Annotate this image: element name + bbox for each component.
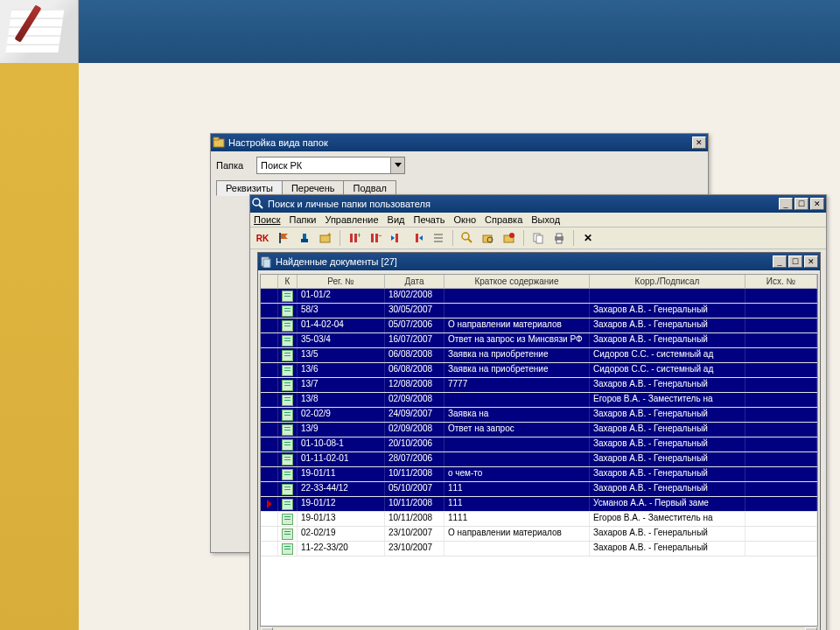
toolbar-find-folder-icon[interactable]: [480, 229, 497, 247]
table-row[interactable]: 22-33-44/1205/10/2007111Захаров А.В. - Г…: [261, 482, 817, 497]
row-marker-cell: [261, 393, 278, 407]
table-row[interactable]: 13/606/08/2008Заявка на приобретениеСидо…: [261, 363, 817, 378]
col-correspondent[interactable]: Корр./Подписал: [590, 275, 746, 288]
svg-text:−: −: [378, 232, 382, 240]
title-bar[interactable]: Настройка вида папок ✕: [211, 134, 708, 151]
window-icon: [213, 136, 225, 149]
search-icon: [252, 198, 264, 210]
window-found-documents: Найденные документы [27] _ ☐ ✕ К Рег. № …: [257, 252, 821, 630]
menu-manage[interactable]: Управление: [325, 214, 378, 225]
date-cell: 16/07/2007: [385, 333, 444, 347]
svg-rect-30: [536, 235, 542, 243]
reg-no-cell: 19-01/12: [298, 497, 385, 511]
table-row[interactable]: 02-02/1923/10/2007О направлении материал…: [261, 527, 817, 542]
menu-bar: Поиск Папки Управление Вид Печать Окно С…: [250, 213, 826, 228]
toolbar-new-folder-icon[interactable]: ✦: [317, 229, 334, 247]
toolbar-list-icon[interactable]: [430, 229, 447, 247]
table-row[interactable]: 35-03/416/07/2007Ответ на запрос из Минс…: [261, 333, 817, 348]
reg-no-cell: 01-4-02-04: [298, 318, 385, 332]
date-cell: 02/09/2008: [385, 423, 444, 437]
table-row[interactable]: 19-01/1310/11/20081111Егоров В.А. - Заме…: [261, 512, 817, 527]
menu-window[interactable]: Окно: [454, 214, 477, 225]
svg-marker-2: [395, 163, 402, 167]
correspondent-cell: Захаров А.В. - Генеральный: [590, 378, 746, 392]
document-icon: [282, 454, 293, 466]
title-bar[interactable]: Найденные документы [27] _ ☐ ✕: [258, 253, 820, 270]
toolbar-col-right-icon[interactable]: [409, 229, 426, 247]
col-k[interactable]: К: [278, 275, 298, 288]
minimize-button[interactable]: _: [779, 198, 793, 210]
maximize-button[interactable]: ☐: [794, 198, 808, 210]
menu-exit[interactable]: Выход: [531, 214, 560, 225]
svg-marker-17: [391, 235, 395, 241]
row-marker-cell: [261, 467, 278, 481]
table-row[interactable]: 01-4-02-0405/07/2006О направлении матери…: [261, 318, 817, 333]
folder-combo[interactable]: [256, 157, 405, 174]
maximize-button[interactable]: ☐: [788, 256, 802, 268]
col-description[interactable]: Краткое содержание: [444, 275, 590, 288]
close-button[interactable]: ✕: [810, 198, 824, 210]
table-row[interactable]: 11-22-33/2023/10/2007Захаров А.В. - Гене…: [261, 542, 817, 556]
minimize-button[interactable]: _: [773, 256, 787, 268]
date-cell: 12/08/2008: [385, 378, 444, 392]
correspondent-cell: Захаров А.В. - Генеральный: [590, 452, 746, 466]
table-row[interactable]: 01-11-02-0128/07/2006Захаров А.В. - Гене…: [261, 452, 817, 467]
reg-no-cell: 13/6: [298, 363, 385, 377]
description-cell: Ответ на запрос: [444, 423, 590, 437]
description-cell: О направлении материалов: [444, 527, 590, 541]
document-icon: [282, 469, 293, 480]
table-row[interactable]: 19-01/1210/11/2008111Усманов А.А. - Перв…: [261, 497, 817, 512]
close-button[interactable]: ✕: [804, 256, 818, 268]
grid-body[interactable]: 01-01/218/02/200858/330/05/2007Захаров А…: [261, 289, 817, 556]
col-date[interactable]: Дата: [385, 275, 444, 288]
out-no-cell: [746, 348, 817, 362]
close-button[interactable]: ✕: [692, 136, 706, 149]
toolbar-rk-icon[interactable]: RK: [254, 229, 271, 247]
toolbar-close-icon[interactable]: ✕: [579, 229, 597, 247]
table-row[interactable]: 58/330/05/2007Захаров А.В. - Генеральный: [261, 304, 817, 318]
toolbar-folder-mark-icon[interactable]: [500, 229, 518, 247]
menu-folders[interactable]: Папки: [289, 214, 316, 225]
toolbar-col-remove-icon[interactable]: −: [367, 229, 384, 247]
toolbar-stamp-icon[interactable]: [296, 229, 313, 247]
toolbar-flag-icon[interactable]: [275, 229, 292, 247]
toolbar-col-left-icon[interactable]: [388, 229, 405, 247]
description-cell: О направлении материалов: [444, 318, 590, 332]
out-no-cell: [746, 318, 817, 332]
out-no-cell: [746, 378, 817, 392]
description-cell: [444, 304, 590, 318]
horizontal-scrollbar[interactable]: ◄ ►: [260, 626, 818, 630]
col-out-no[interactable]: Исх. №: [746, 275, 817, 288]
folder-combo-input[interactable]: [257, 158, 390, 173]
table-row[interactable]: 19-01/1110/11/2008о чем-тоЗахаров А.В. -…: [261, 467, 817, 482]
menu-search[interactable]: Поиск: [254, 214, 280, 225]
toolbar-col-add-icon[interactable]: +: [346, 229, 363, 247]
correspondent-cell: Захаров А.В. - Генеральный: [590, 527, 746, 541]
toolbar-print-icon[interactable]: [550, 229, 568, 247]
menu-print[interactable]: Печать: [413, 214, 444, 225]
menu-view[interactable]: Вид: [388, 214, 405, 225]
col-marker[interactable]: [261, 275, 278, 288]
date-cell: 10/11/2008: [385, 512, 444, 526]
table-row[interactable]: 13/902/09/2008Ответ на запросЗахаров А.В…: [261, 423, 817, 438]
col-reg-no[interactable]: Рег. №: [298, 275, 385, 288]
table-row[interactable]: 13/712/08/20087777Захаров А.В. - Генерал…: [261, 378, 817, 393]
document-icon: [282, 365, 293, 376]
table-row[interactable]: 01-10-08-120/10/2006Захаров А.В. - Генер…: [261, 438, 817, 452]
row-marker-cell: [261, 363, 278, 377]
document-icon: [282, 424, 293, 436]
folder-label: Папка: [216, 160, 251, 171]
dropdown-button[interactable]: [390, 158, 404, 173]
toolbar-copy-icon[interactable]: [529, 229, 547, 247]
doc-type-cell: [278, 452, 298, 466]
table-row[interactable]: 13/506/08/2008Заявка на приобретениеСидо…: [261, 348, 817, 363]
table-row[interactable]: 01-01/218/02/2008: [261, 289, 817, 304]
date-cell: 05/07/2006: [385, 318, 444, 332]
title-bar[interactable]: Поиск и личные папки пользователя _ ☐ ✕: [250, 195, 826, 213]
table-row[interactable]: 02-02/924/09/2007Заявка наЗахаров А.В. -…: [261, 408, 817, 423]
toolbar-find-icon[interactable]: [458, 229, 476, 247]
table-row[interactable]: 13/802/09/2008Егоров В.А. - Заместитель …: [261, 393, 817, 408]
menu-help[interactable]: Справка: [485, 214, 522, 225]
correspondent-cell: Захаров А.В. - Генеральный: [590, 542, 746, 556]
svg-rect-32: [556, 234, 562, 237]
